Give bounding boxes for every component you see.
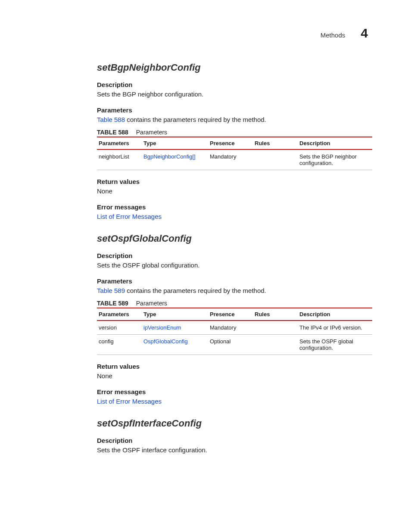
parameters-intro: Table 588 contains the parameters requir… xyxy=(97,115,372,124)
cell-presence: Optional xyxy=(208,334,253,355)
return-values-text: None xyxy=(97,372,372,380)
cell-type-link[interactable]: OspfGlobalConfig xyxy=(142,334,208,355)
parameters-intro-suffix: contains the parameters required by the … xyxy=(125,116,266,123)
error-messages-link[interactable]: List of Error Messages xyxy=(97,398,162,405)
description-text: Sets the OSPF interface configuration. xyxy=(97,446,372,454)
col-rules: Rules xyxy=(253,308,298,320)
cell-param: version xyxy=(97,320,142,335)
description-text: Sets the BGP neighbor configuration. xyxy=(97,90,372,99)
col-description: Description xyxy=(298,308,372,320)
description-heading: Description xyxy=(97,252,372,259)
table-caption-text: Parameters xyxy=(136,129,167,136)
return-values-heading: Return values xyxy=(97,363,372,370)
content: setBgpNeighborConfig Description Sets th… xyxy=(39,62,372,454)
table-ref-link[interactable]: Table 589 xyxy=(97,287,125,294)
error-messages-heading: Error messages xyxy=(97,203,372,211)
method-title: setBgpNeighborConfig xyxy=(97,62,372,73)
col-presence: Presence xyxy=(208,308,253,320)
table-caption: TABLE 588 Parameters xyxy=(97,129,372,136)
table-number: 589 xyxy=(118,300,128,307)
running-header: Methods 4 xyxy=(39,26,372,40)
parameters-heading: Parameters xyxy=(97,106,372,114)
col-type: Type xyxy=(142,308,208,320)
running-header-chapter: 4 xyxy=(361,26,368,40)
description-text: Sets the OSPF global configuration. xyxy=(97,261,372,270)
parameters-heading: Parameters xyxy=(97,277,372,285)
cell-type-link[interactable]: ipVersionEnum xyxy=(142,320,208,335)
error-messages-heading: Error messages xyxy=(97,388,372,395)
return-values-heading: Return values xyxy=(97,178,372,185)
cell-rules xyxy=(253,334,298,355)
col-type: Type xyxy=(142,137,208,149)
table-caption: TABLE 589 Parameters xyxy=(97,300,372,307)
col-rules: Rules xyxy=(253,137,298,149)
method-title: setOspfInterfaceConfig xyxy=(97,418,372,429)
method-title: setOspfGlobalConfig xyxy=(97,233,372,244)
parameters-table: Parameters Type Presence Rules Descripti… xyxy=(97,308,372,355)
parameters-intro-suffix: contains the parameters required by the … xyxy=(125,287,266,294)
cell-rules xyxy=(253,320,298,335)
cell-desc: The IPv4 or IPv6 version. xyxy=(298,320,372,335)
table-label-word: TABLE xyxy=(97,129,117,136)
return-values-text: None xyxy=(97,187,372,196)
cell-param: config xyxy=(97,334,142,355)
description-heading: Description xyxy=(97,81,372,88)
parameters-intro: Table 589 contains the parameters requir… xyxy=(97,286,372,295)
table-ref-link[interactable]: Table 588 xyxy=(97,116,125,123)
cell-param: neighborList xyxy=(97,149,142,170)
table-label-word: TABLE xyxy=(97,300,117,307)
cell-desc: Sets the BGP neighbor configuration. xyxy=(298,149,372,170)
col-parameters: Parameters xyxy=(97,137,142,149)
running-header-section: Methods xyxy=(321,31,346,39)
table-caption-text: Parameters xyxy=(136,300,167,307)
parameters-table: Parameters Type Presence Rules Descripti… xyxy=(97,137,372,170)
table-row: neighborList BgpNeighborConfig[] Mandato… xyxy=(97,149,372,170)
table-number: 588 xyxy=(118,129,128,136)
col-description: Description xyxy=(298,137,372,149)
error-messages-link[interactable]: List of Error Messages xyxy=(97,213,162,220)
cell-presence: Mandatory xyxy=(208,320,253,335)
page: Methods 4 setBgpNeighborConfig Descripti… xyxy=(0,0,411,484)
table-row: config OspfGlobalConfig Optional Sets th… xyxy=(97,334,372,355)
cell-type-link[interactable]: BgpNeighborConfig[] xyxy=(142,149,208,170)
description-heading: Description xyxy=(97,437,372,444)
cell-presence: Mandatory xyxy=(208,149,253,170)
col-presence: Presence xyxy=(208,137,253,149)
col-parameters: Parameters xyxy=(97,308,142,320)
cell-desc: Sets the OSPF global configuration. xyxy=(298,334,372,355)
table-row: version ipVersionEnum Mandatory The IPv4… xyxy=(97,320,372,335)
cell-rules xyxy=(253,149,298,170)
